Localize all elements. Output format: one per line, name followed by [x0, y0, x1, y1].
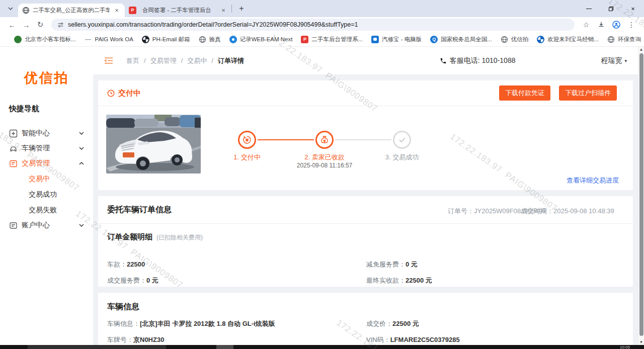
bookmark-item[interactable]: Q国家税务总局全国...: [430, 36, 492, 43]
screen: 二手车交易_公正高效的二手车交 × P 合同签署 - 二手车管理后台 × + ×…: [0, 0, 644, 349]
bookmark-label: PH-Email 邮箱: [152, 36, 190, 43]
sidebar-item-vehicle-management[interactable]: 车辆管理: [0, 141, 93, 156]
field-fee-waived: 减免服务费：0 元: [366, 256, 418, 273]
bookmark-item[interactable]: —PAIG Work OA: [85, 36, 133, 43]
status-card: 交付中 下载付款凭证 下载过户扫描件: [98, 80, 633, 190]
user-menu[interactable]: 程瑞宽 ▾: [601, 56, 627, 65]
sidebar-item-smart-center[interactable]: 智能中心: [0, 126, 93, 141]
tab-search-icon[interactable]: [4, 4, 17, 14]
taskbar-app-segment[interactable]: [216, 345, 233, 349]
restore-button[interactable]: [600, 0, 622, 17]
minimize-button[interactable]: [578, 0, 600, 17]
bookmark-item[interactable]: P二手车后台管理系...: [301, 36, 363, 43]
bookmark-item[interactable]: 欢迎来到宝马经销...: [537, 36, 599, 43]
url-field[interactable]: sellers.youxinpai.com/transaction/tradin…: [51, 19, 575, 31]
browser-menu-icon[interactable]: ⋮: [625, 19, 638, 31]
order-info-header: 委托车辆订单信息 订单号：JY2025W09F08J905499 成交时间：20…: [98, 196, 633, 224]
download-icon[interactable]: [595, 19, 608, 31]
browser-tab-active[interactable]: 二手车交易_公正高效的二手车交 ×: [18, 4, 125, 17]
scroll-up-icon[interactable]: ▲: [638, 47, 644, 52]
step-connector-inactive: [335, 139, 391, 140]
step1-label: 1. 交付中: [209, 153, 285, 162]
field-car-price: 车款：22500: [107, 256, 145, 273]
amount-row: 车款：22500 减免服务费：0 元: [98, 256, 633, 273]
tab-close-icon[interactable]: ×: [113, 7, 121, 14]
os-taskbar[interactable]: 10:05: [0, 345, 644, 349]
field-label: 最终实收款：: [366, 277, 406, 284]
field-label: 车牌号：: [107, 336, 133, 343]
breadcrumb-home[interactable]: 首页: [126, 56, 139, 65]
breadcrumb-trading[interactable]: 交易中: [187, 56, 207, 65]
page-scrollbar[interactable]: ▲ ▼: [638, 47, 644, 345]
step2-ring: ¥: [315, 131, 334, 149]
new-tab-button[interactable]: +: [235, 2, 248, 15]
service-phone: 客服电话: 1010-1088: [440, 56, 516, 65]
field-plate-number: 车牌号：京N0HZ30: [107, 332, 164, 345]
bookmark-item[interactable]: 优信拍: [501, 36, 529, 43]
bookmark-label: 汽修宝 - 电脑版: [382, 36, 422, 43]
collapse-sidebar-icon[interactable]: [104, 57, 113, 64]
breadcrumb-current: 订单详情: [218, 56, 244, 65]
username: 程瑞宽: [601, 56, 622, 65]
tax-favicon-icon: Q: [430, 36, 438, 43]
sidebar-item-trading[interactable]: 交易中: [0, 171, 93, 187]
profile-icon[interactable]: [610, 19, 623, 31]
field-label: 车款：: [107, 260, 127, 268]
taskbar-app-segment[interactable]: [28, 345, 166, 349]
site-info-icon[interactable]: [57, 22, 64, 28]
back-icon[interactable]: ←: [6, 19, 18, 31]
deal-time-label: 成交时间：: [521, 207, 553, 215]
bookmark-item[interactable]: 北京市小客车指标...: [14, 36, 76, 43]
field-value: 0 元: [406, 260, 418, 268]
forward-icon[interactable]: →: [20, 19, 32, 31]
chevron-down-icon: [79, 147, 84, 150]
sidebar-item-account-center[interactable]: 账户中心: [0, 218, 93, 233]
order-info-card: 委托车辆订单信息 订单号：JY2025W09F08J905499 成交时间：20…: [98, 196, 633, 287]
bookmark-item[interactable]: PH-Email 邮箱: [142, 36, 190, 43]
scroll-down-icon[interactable]: ▼: [638, 340, 644, 344]
breadcrumb-trade-management[interactable]: 交易管理: [150, 56, 177, 65]
bookmark-star-icon[interactable]: ☆: [580, 19, 593, 31]
app-logo[interactable]: 优信拍: [0, 69, 93, 87]
car-icon: [9, 144, 18, 153]
taskbar-clock: 10:05: [620, 345, 630, 349]
bookmark-item[interactable]: 验真: [199, 36, 221, 43]
bookmark-item[interactable]: 环保查询: [607, 36, 641, 43]
view-trade-progress-link[interactable]: 查看详细交易进度: [567, 176, 619, 185]
bookmarks-bar: 北京市小客车指标... —PAIG Work OA PH-Email 邮箱 验真…: [0, 32, 644, 47]
field-value: 22500 元: [406, 277, 432, 284]
p-favicon-icon: P: [129, 7, 136, 14]
sidebar-item-label: 账户中心: [22, 221, 50, 230]
download-transfer-scan-button[interactable]: 下载过户扫描件: [559, 85, 617, 101]
download-payment-proof-button[interactable]: 下载付款凭证: [499, 85, 550, 101]
breadcrumb-separator: /: [211, 57, 213, 64]
bookmark-label: 环保查询: [618, 36, 641, 43]
sidebar-item-trade-success[interactable]: 交易成功: [0, 187, 93, 202]
order-number-label: 订单号：: [448, 207, 474, 215]
tab-divider: [231, 5, 232, 13]
scrollbar-thumb[interactable]: [639, 53, 643, 336]
globe-favicon-icon: [22, 7, 30, 14]
vehicle-photo[interactable]: [106, 115, 201, 173]
sidebar-item-trade-management[interactable]: 交易管理: [0, 156, 93, 171]
step2-label: 2. 卖家已收款: [287, 153, 362, 162]
window-controls: ×: [578, 0, 644, 17]
account-card-icon: [9, 221, 18, 230]
tab-close-icon[interactable]: ×: [219, 7, 227, 14]
reload-icon[interactable]: ↻: [34, 19, 46, 31]
browser-tab-inactive[interactable]: P 合同签署 - 二手车管理后台 ×: [125, 4, 231, 17]
sidebar-item-trade-failed[interactable]: 交易失败: [0, 202, 93, 218]
bookmark-item[interactable]: 汽修宝 - 电脑版: [371, 36, 422, 43]
field-label: 成交价：: [366, 320, 392, 327]
field-value: 京N0HZ30: [133, 336, 164, 343]
breadcrumb: 首页 / 交易管理 / 交易中 / 订单详情: [126, 56, 244, 65]
money-bag-icon: ¥: [319, 135, 330, 145]
check-icon: [397, 135, 407, 145]
field-label: 成交服务费：: [107, 277, 146, 284]
step3-label: 3. 交易成功: [364, 153, 440, 162]
bookmark-item[interactable]: 记录WEB-EAM Next: [229, 36, 293, 43]
deal-time: 成交时间：2025-09-08 10:48:39: [521, 207, 614, 216]
close-button[interactable]: ×: [622, 0, 644, 17]
vehicle-info-card: 车辆信息 车辆信息：[北京]丰田 卡罗拉 2012款 1.8 自动 GL-i炫装…: [98, 293, 633, 345]
bookmark-label: 国家税务总局全国...: [441, 36, 492, 43]
